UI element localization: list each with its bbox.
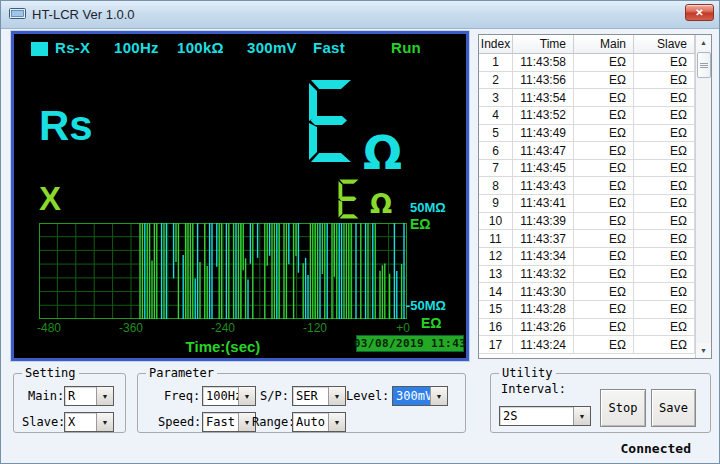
lcd-display: Rs-X 100Hz 100kΩ 300mV Fast Run Rs Ω X bbox=[11, 31, 469, 361]
column-header-main[interactable]: Main bbox=[574, 35, 634, 54]
freq-select[interactable]: 100Hz ▼ bbox=[202, 386, 256, 406]
save-button[interactable]: Save bbox=[651, 389, 696, 427]
interval-select-label: Interval: bbox=[501, 382, 566, 396]
app-icon bbox=[9, 8, 26, 21]
table-cell: EΩ bbox=[634, 301, 695, 319]
table-row[interactable]: 211:43:56EΩEΩ bbox=[479, 72, 695, 90]
scrollbar-thumb[interactable] bbox=[697, 52, 711, 78]
table-cell: EΩ bbox=[574, 230, 634, 248]
speed-select-value: Fast bbox=[203, 413, 238, 431]
x-tick-label: -240 bbox=[211, 321, 235, 335]
table-cell: 11:43:32 bbox=[513, 266, 574, 284]
table-cell: 11:43:24 bbox=[513, 336, 574, 354]
dropdown-arrow-icon[interactable]: ▼ bbox=[238, 387, 255, 405]
range-select-label: Range: bbox=[252, 415, 295, 429]
scroll-up-icon[interactable]: ▲ bbox=[696, 35, 711, 50]
main-select-label: Main: bbox=[28, 389, 64, 403]
table-row[interactable]: 411:43:52EΩEΩ bbox=[479, 107, 695, 125]
table-row[interactable]: 111:43:58EΩEΩ bbox=[479, 54, 695, 72]
parameter-panel: Parameter Freq: 100Hz ▼ S/P: SER ▼ Level… bbox=[137, 373, 466, 433]
slave-value-seven-segment-E bbox=[337, 179, 360, 219]
dropdown-arrow-icon[interactable]: ▼ bbox=[96, 413, 113, 431]
graph-x-ticks: -480-360-240-120+0 bbox=[39, 321, 407, 335]
main-select[interactable]: R ▼ bbox=[64, 386, 114, 406]
table-row[interactable]: 711:43:45EΩEΩ bbox=[479, 160, 695, 178]
table-cell: EΩ bbox=[634, 319, 695, 337]
graph-ymin-unit: EΩ bbox=[421, 315, 442, 331]
dropdown-arrow-icon[interactable]: ▼ bbox=[573, 407, 590, 425]
table-cell: EΩ bbox=[574, 177, 634, 195]
table-row[interactable]: 1411:43:30EΩEΩ bbox=[479, 283, 695, 301]
column-header-index[interactable]: Index bbox=[479, 35, 513, 54]
table-header: Index Time Main Slave bbox=[479, 35, 695, 54]
trend-graph bbox=[39, 223, 407, 319]
table-cell: EΩ bbox=[634, 72, 695, 90]
table-cell: 6 bbox=[479, 142, 513, 160]
freq-select-value: 100Hz bbox=[203, 387, 238, 405]
table-cell: 11 bbox=[479, 230, 513, 248]
table-cell: 11:43:56 bbox=[513, 72, 574, 90]
table-cell: EΩ bbox=[574, 160, 634, 178]
connection-status: Connected bbox=[621, 441, 691, 456]
table-cell: EΩ bbox=[574, 266, 634, 284]
table-cell: 11:43:45 bbox=[513, 160, 574, 178]
graph-ymin-label: -50MΩ bbox=[406, 298, 446, 313]
table-cell: EΩ bbox=[574, 125, 634, 143]
window-title: HT-LCR Ver 1.0.0 bbox=[32, 7, 135, 22]
status-function: Rs-X bbox=[55, 39, 90, 56]
dropdown-arrow-icon[interactable]: ▼ bbox=[328, 387, 345, 405]
title-bar[interactable]: HT-LCR Ver 1.0.0 ✕ bbox=[1, 1, 719, 29]
table-row[interactable]: 1311:43:32EΩEΩ bbox=[479, 266, 695, 284]
close-button[interactable]: ✕ bbox=[685, 4, 714, 21]
interval-select[interactable]: 2S ▼ bbox=[499, 406, 591, 426]
table-scrollbar[interactable]: ▲ ▼ bbox=[695, 35, 711, 358]
utility-panel: Utility Interval: 2S ▼ Stop Save bbox=[490, 373, 711, 433]
table-row[interactable]: 1511:43:28EΩEΩ bbox=[479, 301, 695, 319]
interval-select-value: 2S bbox=[500, 407, 573, 425]
sp-select[interactable]: SER ▼ bbox=[292, 386, 346, 406]
table-row[interactable]: 1111:43:37EΩEΩ bbox=[479, 230, 695, 248]
status-speed: Fast bbox=[313, 39, 345, 56]
stop-button[interactable]: Stop bbox=[600, 389, 646, 427]
table-cell: EΩ bbox=[634, 142, 695, 160]
sp-select-value: SER bbox=[293, 387, 328, 405]
range-select[interactable]: Auto ▼ bbox=[292, 412, 346, 432]
table-row[interactable]: 1711:43:24EΩEΩ bbox=[479, 336, 695, 354]
table-row[interactable]: 311:43:54EΩEΩ bbox=[479, 89, 695, 107]
speed-select[interactable]: Fast ▼ bbox=[202, 412, 256, 432]
freq-select-label: Freq: bbox=[164, 389, 200, 403]
slave-value-unit: Ω bbox=[370, 189, 392, 219]
level-select[interactable]: 300mV ▼ bbox=[392, 386, 448, 406]
slave-select[interactable]: X ▼ bbox=[64, 412, 114, 432]
dropdown-arrow-icon[interactable]: ▼ bbox=[328, 413, 345, 431]
table-cell: EΩ bbox=[634, 283, 695, 301]
table-cell: 11:43:37 bbox=[513, 230, 574, 248]
table-cell: 17 bbox=[479, 336, 513, 354]
main-value-unit: Ω bbox=[363, 126, 402, 180]
table-cell: 15 bbox=[479, 301, 513, 319]
table-row[interactable]: 1611:43:26EΩEΩ bbox=[479, 319, 695, 337]
thumb-grip-icon bbox=[700, 63, 708, 68]
table-cell: EΩ bbox=[634, 213, 695, 231]
table-row[interactable]: 611:43:47EΩEΩ bbox=[479, 142, 695, 160]
dropdown-arrow-icon[interactable]: ▼ bbox=[430, 387, 447, 405]
table-row[interactable]: 911:43:41EΩEΩ bbox=[479, 195, 695, 213]
column-header-time[interactable]: Time bbox=[513, 35, 574, 54]
scroll-down-icon[interactable]: ▼ bbox=[696, 343, 711, 358]
table-row[interactable]: 811:43:43EΩEΩ bbox=[479, 177, 695, 195]
table-cell: EΩ bbox=[634, 336, 695, 354]
close-icon: ✕ bbox=[695, 7, 703, 18]
measure-indicator bbox=[31, 42, 48, 56]
table-cell: EΩ bbox=[574, 336, 634, 354]
table-row[interactable]: 1011:43:39EΩEΩ bbox=[479, 213, 695, 231]
table-cell: EΩ bbox=[574, 319, 634, 337]
table-row[interactable]: 1211:43:34EΩEΩ bbox=[479, 248, 695, 266]
table-cell: 16 bbox=[479, 319, 513, 337]
table-cell: EΩ bbox=[634, 107, 695, 125]
main-value-seven-segment-E bbox=[308, 79, 352, 163]
table-cell: 8 bbox=[479, 177, 513, 195]
column-header-slave[interactable]: Slave bbox=[634, 35, 695, 54]
x-tick-label: +0 bbox=[396, 321, 410, 335]
table-row[interactable]: 511:43:49EΩEΩ bbox=[479, 125, 695, 143]
dropdown-arrow-icon[interactable]: ▼ bbox=[96, 387, 113, 405]
